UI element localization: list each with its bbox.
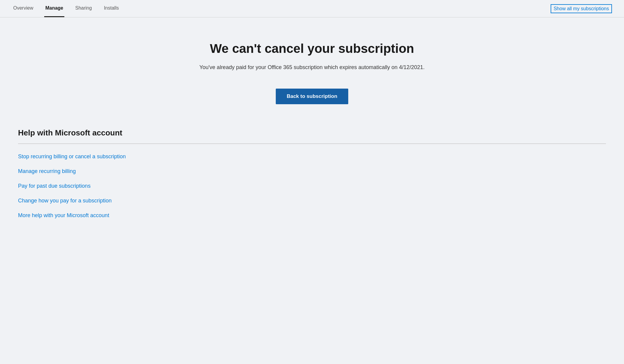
tab-installs[interactable]: Installs: [103, 0, 120, 17]
help-link-more-help[interactable]: More help with your Microsoft account: [18, 212, 606, 219]
error-title: We can't cancel your subscription: [210, 41, 414, 56]
help-divider: [18, 144, 606, 144]
tab-sharing[interactable]: Sharing: [74, 0, 93, 17]
help-link-pay-past-due[interactable]: Pay for past due subscriptions: [18, 183, 606, 189]
tab-manage[interactable]: Manage: [44, 0, 65, 17]
help-link-change-payment[interactable]: Change how you pay for a subscription: [18, 198, 606, 204]
main-content: We can't cancel your subscription You've…: [0, 17, 624, 237]
nav-tabs: Overview Manage Sharing Installs: [12, 0, 120, 17]
help-section: Help with Microsoft account Stop recurri…: [0, 128, 624, 219]
help-links-list: Stop recurring billing or cancel a subsc…: [18, 153, 606, 219]
back-to-subscription-button[interactable]: Back to subscription: [276, 89, 348, 104]
help-link-manage-recurring[interactable]: Manage recurring billing: [18, 168, 606, 174]
error-description: You've already paid for your Office 365 …: [199, 64, 425, 71]
help-section-title: Help with Microsoft account: [18, 128, 606, 138]
show-all-subscriptions-link[interactable]: Show all my subscriptions: [551, 4, 612, 13]
tab-overview[interactable]: Overview: [12, 0, 35, 17]
help-link-stop-recurring[interactable]: Stop recurring billing or cancel a subsc…: [18, 153, 606, 160]
top-navigation: Overview Manage Sharing Installs Show al…: [0, 0, 624, 17]
